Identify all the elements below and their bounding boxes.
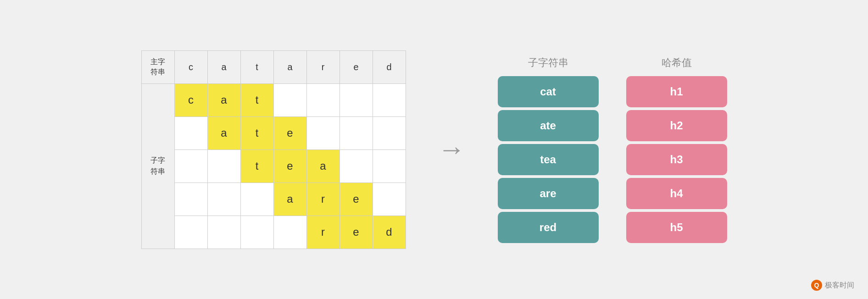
watermark-icon: Q xyxy=(811,280,822,291)
cell-r5c3 xyxy=(240,216,273,249)
hash-title: 哈希值 xyxy=(626,56,727,70)
cell-r5c7: d xyxy=(373,216,406,249)
cell-r4c2 xyxy=(207,183,240,216)
cell-r2c3: t xyxy=(240,116,273,150)
arrow-section: → xyxy=(434,136,470,163)
cell-r5c1 xyxy=(174,216,207,249)
arrow-icon: → xyxy=(438,136,466,163)
matrix-section: 主字符串 c a t a r e d 子字符串 c a t xyxy=(141,50,406,249)
cell-r2c1 xyxy=(174,116,207,150)
substring-title: 子字符串 xyxy=(498,56,599,70)
cell-r1c7 xyxy=(373,83,406,116)
cell-r3c5: a xyxy=(306,150,339,183)
header-e: e xyxy=(339,50,373,83)
cell-r2c7 xyxy=(373,116,406,150)
cell-r3c7 xyxy=(373,150,406,183)
cell-r4c3 xyxy=(240,183,273,216)
cell-r2c4: e xyxy=(273,116,306,150)
cell-r3c2 xyxy=(207,150,240,183)
cell-r4c1 xyxy=(174,183,207,216)
substring-cat: cat xyxy=(498,76,599,107)
hash-h2: h2 xyxy=(626,110,727,141)
cell-r1c2: a xyxy=(207,83,240,116)
cell-r3c3: t xyxy=(240,150,273,183)
watermark: Q 极客时间 xyxy=(811,280,854,291)
header-a1: a xyxy=(207,50,240,83)
header-c: c xyxy=(174,50,207,83)
cell-r1c3: t xyxy=(240,83,273,116)
cell-r3c1 xyxy=(174,150,207,183)
cell-r2c2: a xyxy=(207,116,240,150)
cell-r5c6: e xyxy=(339,216,373,249)
cell-r4c6: e xyxy=(339,183,373,216)
main-container: 主字符串 c a t a r e d 子字符串 c a t xyxy=(114,41,755,258)
corner-label: 主字符串 xyxy=(141,50,174,83)
row-label-sub: 子字符串 xyxy=(141,83,174,249)
cell-r4c4: a xyxy=(273,183,306,216)
cell-r5c5: r xyxy=(306,216,339,249)
cell-r4c7 xyxy=(373,183,406,216)
cell-r1c5 xyxy=(306,83,339,116)
header-d: d xyxy=(373,50,406,83)
header-t: t xyxy=(240,50,273,83)
hash-h5: h5 xyxy=(626,212,727,243)
hash-h1: h1 xyxy=(626,76,727,107)
cell-r1c1: c xyxy=(174,83,207,116)
substring-ate: ate xyxy=(498,110,599,141)
substring-tea: tea xyxy=(498,144,599,175)
hash-section: 哈希值 h1 h2 h3 h4 h5 xyxy=(626,56,727,243)
cell-r1c6 xyxy=(339,83,373,116)
cell-r1c4 xyxy=(273,83,306,116)
cell-r2c6 xyxy=(339,116,373,150)
matrix-table: 主字符串 c a t a r e d 子字符串 c a t xyxy=(141,50,406,249)
watermark-text: 极客时间 xyxy=(825,281,854,290)
cell-r5c2 xyxy=(207,216,240,249)
substring-are: are xyxy=(498,178,599,209)
hash-h4: h4 xyxy=(626,178,727,209)
cell-r3c6 xyxy=(339,150,373,183)
header-a2: a xyxy=(273,50,306,83)
substring-red: red xyxy=(498,212,599,243)
header-r: r xyxy=(306,50,339,83)
cell-r2c5 xyxy=(306,116,339,150)
cell-r4c5: r xyxy=(306,183,339,216)
substrings-section: 子字符串 cat ate tea are red xyxy=(498,56,599,243)
cell-r5c4 xyxy=(273,216,306,249)
cell-r3c4: e xyxy=(273,150,306,183)
hash-h3: h3 xyxy=(626,144,727,175)
